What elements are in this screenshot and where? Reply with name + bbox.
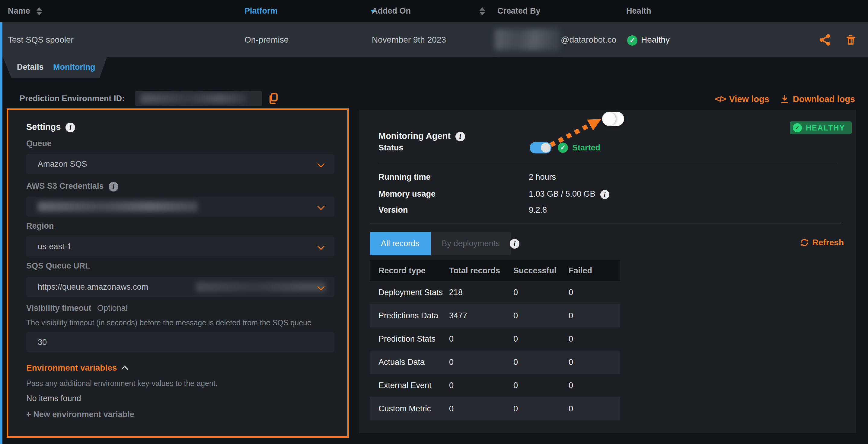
- chevron-down-icon: [317, 160, 324, 167]
- info-icon[interactable]: i: [600, 190, 609, 199]
- total-records-cell: 3477: [449, 304, 514, 327]
- region-label: Region: [26, 220, 54, 232]
- queue-url-redacted: [196, 282, 326, 292]
- record-type-cell: External Event: [370, 374, 449, 397]
- delete-button[interactable]: [844, 33, 857, 46]
- created-by-redacted: [495, 29, 560, 50]
- refresh-icon: [800, 238, 809, 247]
- records-table-header: Record type Total records Successful Fai…: [370, 260, 620, 281]
- added-on-value: November 9th 2023: [372, 22, 446, 57]
- total-records-cell: 0: [449, 374, 514, 397]
- agent-toggle-zoom-annotation: [602, 112, 624, 126]
- queue-value: Amazon SQS: [38, 154, 87, 174]
- visibility-timeout-input[interactable]: [26, 332, 334, 352]
- settings-panel: Settingsi Queue Amazon SQS AWS S3 Creden…: [7, 109, 349, 438]
- record-type-cell: Actuals Data: [370, 351, 449, 374]
- new-environment-variable-button[interactable]: + New environment variable: [26, 408, 134, 420]
- health-label: Healthy: [641, 35, 670, 45]
- divider: [370, 224, 841, 224]
- table-row: Deployment Stats 218 0 0: [370, 281, 620, 304]
- copy-button[interactable]: [268, 92, 279, 106]
- column-header-platform[interactable]: Platform: [245, 0, 376, 22]
- info-icon[interactable]: i: [108, 182, 118, 191]
- table-row: Prediction Stats 0 0 0: [370, 327, 620, 351]
- visibility-timeout-description: The visibility timeout (in seconds) befo…: [26, 317, 311, 329]
- created-by-domain: @datarobot.co: [561, 22, 616, 57]
- records-view-switch: All records By deployments: [370, 232, 511, 255]
- toggle-knob: [603, 112, 616, 125]
- chevron-down-icon: [317, 203, 324, 210]
- col-total-records: Total records: [449, 260, 514, 281]
- col-failed: Failed: [568, 260, 612, 281]
- successful-cell: 0: [514, 374, 568, 397]
- column-header-added-on[interactable]: Added On: [372, 0, 485, 22]
- visibility-timeout-label: Visibility timeout Optional: [26, 302, 128, 314]
- share-button[interactable]: [818, 33, 832, 47]
- tab-monitoring[interactable]: Monitoring: [53, 57, 95, 78]
- table-row: Actuals Data 0 0 0: [370, 351, 620, 374]
- chevron-down-icon: [317, 242, 324, 250]
- prediction-environment-id-value: [135, 91, 262, 106]
- environment-variables-description: Pass any additional environment key-valu…: [26, 377, 218, 389]
- column-label: Name: [8, 6, 30, 16]
- running-time-label: Running time: [378, 171, 430, 183]
- status-label: Status: [378, 142, 404, 154]
- column-label: Health: [626, 6, 651, 16]
- info-icon[interactable]: i: [510, 239, 519, 248]
- queue-select[interactable]: Amazon SQS: [26, 154, 334, 174]
- prediction-environment-id-label: Prediction Environment ID:: [20, 91, 125, 106]
- status-value: Started: [572, 142, 600, 154]
- environment-id-redacted: [141, 94, 246, 103]
- queue-url-select[interactable]: https://queue.amazonaws.com: [26, 277, 334, 297]
- tab-by-deployments[interactable]: By deployments: [431, 232, 511, 255]
- total-records-cell: 0: [449, 327, 514, 351]
- environment-name-link[interactable]: Test SQS spooler: [8, 22, 74, 57]
- visibility-label-text: Visibility timeout: [26, 303, 91, 313]
- tab-all-records[interactable]: All records: [370, 232, 431, 255]
- column-header-created-by[interactable]: Created By: [497, 0, 540, 22]
- refresh-button[interactable]: Refresh: [800, 238, 844, 247]
- table-row: Predictions Data 3477 0 0: [370, 304, 620, 327]
- col-successful: Successful: [514, 260, 568, 281]
- column-label: Created By: [497, 6, 540, 16]
- credentials-select[interactable]: [26, 197, 334, 216]
- tab-details[interactable]: Details: [17, 57, 44, 78]
- info-icon[interactable]: i: [65, 123, 75, 132]
- environment-variables-toggle[interactable]: Environment variables: [26, 362, 127, 374]
- memory-usage-value: 1.03 GB / 5.00 GBi: [529, 188, 609, 200]
- records-table: Record type Total records Successful Fai…: [370, 260, 620, 420]
- view-logs-button[interactable]: </> View logs: [715, 94, 769, 104]
- credentials-label: AWS S3 Credentialsi: [26, 180, 118, 192]
- status-toggle[interactable]: [530, 142, 551, 153]
- trash-icon: [844, 33, 857, 46]
- column-header-health[interactable]: Health: [626, 0, 651, 22]
- environment-row[interactable]: Test SQS spooler On-premise November 9th…: [0, 22, 868, 57]
- sort-icon[interactable]: [36, 7, 42, 16]
- chevron-up-icon: [121, 366, 128, 373]
- monitoring-agent-title-text: Monitoring Agent: [378, 131, 451, 141]
- total-records-cell: 218: [449, 281, 514, 304]
- selected-row-accent-bar: [0, 22, 2, 444]
- sort-icon[interactable]: [479, 7, 485, 16]
- info-icon[interactable]: i: [456, 132, 465, 141]
- region-select[interactable]: us-east-1: [26, 237, 334, 257]
- memory-usage-text: 1.03 GB / 5.00 GB: [529, 189, 595, 199]
- environments-list-header: Name Platform Added On Created By Health: [0, 0, 868, 22]
- queue-url-value: https://queue.amazonaws.com: [38, 277, 148, 297]
- health-status: ✓Healthy: [627, 22, 670, 57]
- column-label: Platform: [245, 6, 278, 16]
- check-circle-icon: ✓: [627, 35, 638, 46]
- no-items-found-text: No items found: [26, 392, 81, 405]
- region-value: us-east-1: [38, 237, 72, 257]
- health-badge: ✓ HEALTHY: [790, 121, 852, 134]
- failed-cell: 0: [568, 281, 612, 304]
- memory-usage-label: Memory usage: [378, 188, 435, 200]
- failed-cell: 0: [568, 351, 612, 374]
- download-logs-button[interactable]: Download logs: [780, 94, 855, 104]
- successful-cell: 0: [514, 281, 568, 304]
- record-type-cell: Custom Metric: [370, 397, 449, 420]
- failed-cell: 0: [568, 327, 612, 351]
- failed-cell: 0: [568, 304, 612, 327]
- total-records-cell: 0: [449, 351, 514, 374]
- column-header-name[interactable]: Name: [8, 0, 42, 22]
